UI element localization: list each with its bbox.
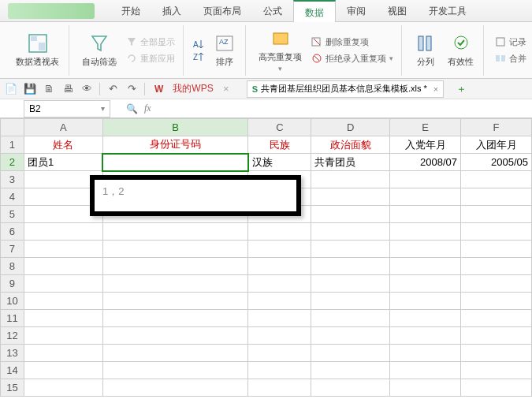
row-header-4[interactable]: 4 bbox=[1, 188, 24, 206]
cell[interactable] bbox=[461, 223, 532, 241]
text-to-col-button[interactable]: 分列 bbox=[411, 31, 440, 69]
cell[interactable] bbox=[24, 379, 102, 397]
cell[interactable] bbox=[248, 345, 311, 362]
cell[interactable] bbox=[461, 171, 532, 188]
row-header-2[interactable]: 2 bbox=[1, 154, 24, 171]
redo-icon[interactable]: ↷ bbox=[125, 83, 138, 95]
cell[interactable] bbox=[390, 171, 461, 188]
cell[interactable] bbox=[390, 362, 461, 379]
save-icon[interactable]: 💾 bbox=[24, 83, 36, 95]
row-header-13[interactable]: 13 bbox=[1, 345, 24, 362]
cell[interactable] bbox=[390, 258, 461, 275]
preview-icon[interactable]: 👁 bbox=[80, 83, 93, 95]
cell[interactable] bbox=[24, 310, 102, 327]
cell[interactable] bbox=[248, 379, 311, 397]
spreadsheet-grid[interactable]: A B C D E F 1 姓名 身份证号码 民族 政治面貌 入党年月 入团年月… bbox=[0, 118, 532, 397]
tab-view[interactable]: 视图 bbox=[377, 0, 418, 22]
cell[interactable] bbox=[102, 327, 248, 345]
cell[interactable] bbox=[461, 275, 532, 293]
cell[interactable] bbox=[248, 223, 311, 241]
close-wps-icon[interactable]: × bbox=[220, 83, 233, 95]
col-header-A[interactable]: A bbox=[24, 119, 102, 136]
cell[interactable] bbox=[311, 345, 390, 362]
file-tab[interactable]: S 共青团基层组织团员基本信息采集模板.xls * × bbox=[247, 80, 445, 98]
undo-icon[interactable]: ↶ bbox=[106, 83, 119, 95]
remove-dup-button[interactable]: 删除重复项 bbox=[310, 35, 395, 50]
cell[interactable] bbox=[24, 223, 102, 241]
cell[interactable] bbox=[390, 310, 461, 327]
cell[interactable] bbox=[102, 362, 248, 379]
autofilter-button[interactable]: 自动筛选 bbox=[79, 31, 120, 69]
new-icon[interactable]: 📄 bbox=[5, 83, 17, 95]
consolidate-button[interactable]: 合并 bbox=[493, 51, 528, 66]
cell[interactable] bbox=[311, 275, 390, 293]
col-header-D[interactable]: D bbox=[311, 119, 390, 136]
cell[interactable] bbox=[102, 241, 248, 258]
cell[interactable] bbox=[461, 258, 532, 275]
cell[interactable] bbox=[102, 293, 248, 310]
cell[interactable] bbox=[102, 310, 248, 327]
cell[interactable] bbox=[311, 241, 390, 258]
cell[interactable] bbox=[248, 327, 311, 345]
validation-button[interactable]: 有效性 bbox=[445, 31, 477, 69]
tab-review[interactable]: 审阅 bbox=[336, 0, 377, 22]
cell[interactable] bbox=[461, 188, 532, 206]
reapply-button[interactable]: 重新应用 bbox=[125, 51, 177, 66]
fx-label[interactable]: fx bbox=[144, 103, 151, 114]
sort-button[interactable]: AZ 排序 bbox=[210, 31, 239, 69]
cell[interactable] bbox=[102, 275, 248, 293]
saveas-icon[interactable]: 🗎 bbox=[43, 83, 55, 95]
cell[interactable] bbox=[461, 206, 532, 223]
cell[interactable] bbox=[461, 362, 532, 379]
cell[interactable] bbox=[390, 345, 461, 362]
cell-E1[interactable]: 入党年月 bbox=[390, 136, 461, 154]
showall-button[interactable]: 全部显示 bbox=[125, 35, 177, 50]
row-header-14[interactable]: 14 bbox=[1, 362, 24, 379]
cell[interactable] bbox=[390, 188, 461, 206]
cell[interactable] bbox=[24, 275, 102, 293]
cell[interactable] bbox=[24, 362, 102, 379]
cell-C1[interactable]: 民族 bbox=[248, 136, 311, 154]
tab-developer[interactable]: 开发工具 bbox=[418, 0, 478, 22]
cell[interactable] bbox=[390, 241, 461, 258]
cell[interactable] bbox=[311, 188, 390, 206]
select-all-corner[interactable] bbox=[1, 119, 24, 136]
tab-layout[interactable]: 页面布局 bbox=[192, 0, 252, 22]
cell[interactable] bbox=[311, 379, 390, 397]
cell[interactable] bbox=[311, 327, 390, 345]
cell[interactable] bbox=[24, 327, 102, 345]
cell[interactable] bbox=[461, 379, 532, 397]
cell[interactable] bbox=[311, 310, 390, 327]
tab-insert[interactable]: 插入 bbox=[151, 0, 192, 22]
cell[interactable] bbox=[461, 293, 532, 310]
cell[interactable] bbox=[461, 241, 532, 258]
cell-F1[interactable]: 入团年月 bbox=[461, 136, 532, 154]
cell[interactable] bbox=[102, 223, 248, 241]
cell[interactable] bbox=[24, 293, 102, 310]
cell[interactable] bbox=[311, 258, 390, 275]
cell[interactable] bbox=[311, 223, 390, 241]
row-header-11[interactable]: 11 bbox=[1, 310, 24, 327]
cell-B2[interactable] bbox=[102, 154, 248, 171]
cell[interactable] bbox=[390, 223, 461, 241]
tab-formula[interactable]: 公式 bbox=[252, 0, 293, 22]
cell[interactable] bbox=[311, 206, 390, 223]
tab-home[interactable]: 开始 bbox=[110, 0, 151, 22]
sort-asc-icon[interactable]: A bbox=[193, 39, 206, 50]
col-header-B[interactable]: B bbox=[102, 119, 248, 136]
cell[interactable] bbox=[248, 275, 311, 293]
name-box[interactable]: B2 ▾ bbox=[24, 100, 110, 117]
pivot-button[interactable]: 数据透视表 bbox=[13, 31, 62, 69]
cell[interactable] bbox=[248, 362, 311, 379]
close-file-icon[interactable]: × bbox=[433, 84, 438, 94]
cell[interactable] bbox=[24, 258, 102, 275]
cell[interactable] bbox=[311, 293, 390, 310]
cell-C2[interactable]: 汉族 bbox=[248, 154, 311, 171]
cell[interactable] bbox=[24, 241, 102, 258]
cell-A1[interactable]: 姓名 bbox=[24, 136, 102, 154]
cell[interactable] bbox=[102, 379, 248, 397]
cell[interactable] bbox=[311, 171, 390, 188]
cell[interactable] bbox=[248, 310, 311, 327]
cell[interactable] bbox=[248, 293, 311, 310]
col-header-C[interactable]: C bbox=[248, 119, 311, 136]
